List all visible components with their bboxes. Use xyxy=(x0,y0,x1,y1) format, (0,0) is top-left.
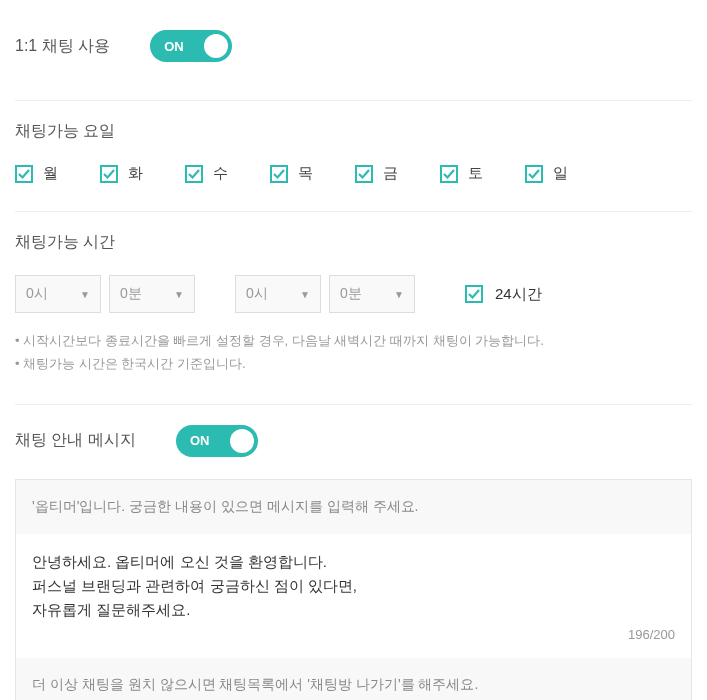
checkbox-icon xyxy=(100,165,118,183)
chat-toggle-switch[interactable]: ON xyxy=(150,30,232,62)
caret-down-icon: ▼ xyxy=(300,289,310,300)
day-checkbox-6[interactable]: 일 xyxy=(525,164,568,183)
chat-toggle-section: 1:1 채팅 사용 ON xyxy=(15,20,692,101)
message-box: '옵티머'입니다. 궁금한 내용이 있으면 메시지를 입력해 주세요. 196/… xyxy=(15,479,692,700)
time-section: 채팅가능 시간 0시 ▼ 0분 ▼ 0시 ▼ 0분 ▼ xyxy=(15,212,692,405)
day-label: 수 xyxy=(213,164,228,183)
checkbox-icon xyxy=(525,165,543,183)
message-toggle-switch[interactable]: ON xyxy=(176,425,258,457)
time-note-2: 채팅가능 시간은 한국시간 기준입니다. xyxy=(15,352,692,375)
day-label: 금 xyxy=(383,164,398,183)
end-min-value: 0분 xyxy=(340,285,362,303)
start-min-select[interactable]: 0분 ▼ xyxy=(109,275,195,313)
day-checkbox-1[interactable]: 화 xyxy=(100,164,143,183)
start-min-value: 0분 xyxy=(120,285,142,303)
day-checkbox-2[interactable]: 수 xyxy=(185,164,228,183)
end-hour-value: 0시 xyxy=(246,285,268,303)
time-note-1: 시작시간보다 종료시간을 빠르게 설정할 경우, 다음날 새벽시간 때까지 채팅… xyxy=(15,329,692,352)
message-footer: 더 이상 채팅을 원치 않으시면 채팅목록에서 '채팅방 나가기'를 해주세요. xyxy=(16,658,691,700)
start-hour-select[interactable]: 0시 ▼ xyxy=(15,275,101,313)
time-title: 채팅가능 시간 xyxy=(15,232,115,253)
day-label: 화 xyxy=(128,164,143,183)
checkbox-icon xyxy=(15,165,33,183)
day-label: 목 xyxy=(298,164,313,183)
all-day-label: 24시간 xyxy=(495,285,542,304)
checkbox-icon xyxy=(465,285,483,303)
caret-down-icon: ▼ xyxy=(174,289,184,300)
start-hour-value: 0시 xyxy=(26,285,48,303)
all-day-checkbox[interactable]: 24시간 xyxy=(465,285,542,304)
day-label: 월 xyxy=(43,164,58,183)
days-section: 채팅가능 요일 월화수목금토일 xyxy=(15,101,692,212)
caret-down-icon: ▼ xyxy=(80,289,90,300)
toggle-on-label: ON xyxy=(150,39,184,54)
message-greeting: '옵티머'입니다. 궁금한 내용이 있으면 메시지를 입력해 주세요. xyxy=(16,480,691,534)
toggle-on-label: ON xyxy=(176,433,210,448)
message-section: 채팅 안내 메시지 ON '옵티머'입니다. 궁금한 내용이 있으면 메시지를 … xyxy=(15,405,692,700)
toggle-knob xyxy=(204,34,228,58)
day-checkbox-0[interactable]: 월 xyxy=(15,164,58,183)
end-hour-select[interactable]: 0시 ▼ xyxy=(235,275,321,313)
day-checkbox-3[interactable]: 목 xyxy=(270,164,313,183)
days-title: 채팅가능 요일 xyxy=(15,121,115,142)
caret-down-icon: ▼ xyxy=(394,289,404,300)
chat-toggle-title: 1:1 채팅 사용 xyxy=(15,36,110,57)
toggle-knob xyxy=(230,429,254,453)
day-label: 일 xyxy=(553,164,568,183)
checkbox-icon xyxy=(185,165,203,183)
message-counter: 196/200 xyxy=(32,627,675,642)
time-row: 0시 ▼ 0분 ▼ 0시 ▼ 0분 ▼ 24시간 xyxy=(15,275,692,313)
day-checkbox-4[interactable]: 금 xyxy=(355,164,398,183)
checkbox-icon xyxy=(355,165,373,183)
checkbox-icon xyxy=(270,165,288,183)
days-row: 월화수목금토일 xyxy=(15,164,692,183)
message-title: 채팅 안내 메시지 xyxy=(15,430,136,451)
day-checkbox-5[interactable]: 토 xyxy=(440,164,483,183)
day-label: 토 xyxy=(468,164,483,183)
checkbox-icon xyxy=(440,165,458,183)
time-notes: 시작시간보다 종료시간을 빠르게 설정할 경우, 다음날 새벽시간 때까지 채팅… xyxy=(15,329,692,376)
message-textarea[interactable] xyxy=(32,550,675,620)
message-content-area: 196/200 xyxy=(16,534,691,658)
end-min-select[interactable]: 0분 ▼ xyxy=(329,275,415,313)
